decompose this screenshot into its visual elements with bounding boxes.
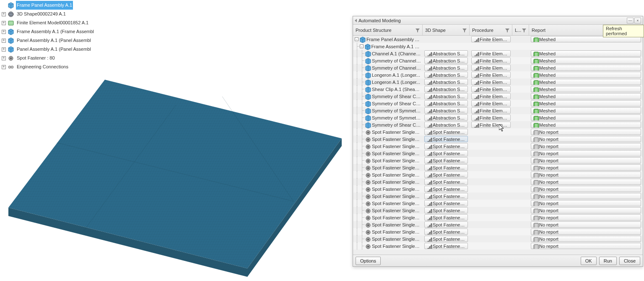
procedure-cell[interactable]: Finite Elemen... bbox=[471, 50, 511, 57]
dialog-body[interactable]: -Frame Panel Assembly A.1Finite Elemen..… bbox=[353, 36, 643, 255]
shape-cell[interactable]: Spot Fastener Rep... bbox=[424, 179, 468, 185]
report-cell[interactable]: No report bbox=[531, 172, 641, 178]
procedure-cell[interactable]: Finite Elemen... bbox=[471, 65, 511, 71]
report-cell[interactable]: Meshed bbox=[531, 65, 641, 71]
tree-node[interactable]: +Panel Assembly A.1 (Panel Assembl bbox=[2, 36, 111, 45]
shape-cell[interactable]: Spot Fastener Rep... bbox=[424, 186, 468, 192]
tree-node[interactable]: +Frame Assembly A.1 (Frame Assembl bbox=[2, 27, 111, 36]
shape-cell[interactable]: Spot Fastener Rep... bbox=[424, 150, 468, 156]
tree-node[interactable]: +3D Shape00002249 A.1 bbox=[2, 10, 111, 18]
viewport-3d[interactable] bbox=[0, 63, 352, 281]
expand-icon[interactable]: + bbox=[2, 12, 6, 16]
shape-cell[interactable]: Abstraction Shap... bbox=[424, 114, 468, 121]
table-row[interactable]: Spot Fastener Single00...Spot Fastener R… bbox=[353, 143, 643, 150]
table-row[interactable]: Symmetry of Symmetr...Abstraction Shap..… bbox=[353, 114, 643, 121]
procedure-cell[interactable]: Finite Elemen... bbox=[471, 100, 511, 107]
procedure-cell[interactable]: Finite Elemen... bbox=[471, 86, 511, 92]
filter-icon[interactable] bbox=[504, 27, 510, 33]
col-level[interactable]: L... bbox=[512, 25, 529, 35]
shape-cell[interactable]: Spot Fastener Rep... bbox=[424, 243, 468, 249]
shape-cell[interactable]: Spot Fastener Rep... bbox=[424, 157, 468, 164]
table-row[interactable]: Spot Fastener Single00...Spot Fastener R… bbox=[353, 193, 643, 200]
table-row[interactable]: Longeron A.1 (Longer...Abstraction Shap.… bbox=[353, 78, 643, 86]
table-row[interactable]: Spot Fastener Single00...Spot Fastener R… bbox=[353, 200, 643, 207]
shape-cell[interactable]: Spot Fastener Rep... bbox=[424, 193, 468, 199]
table-row[interactable]: Spot Fastener Single00...Spot Fastener R… bbox=[353, 207, 643, 214]
table-row[interactable]: Channel A.1 (Channel.1)Abstraction Shap.… bbox=[353, 50, 643, 57]
table-row[interactable]: Symmetry of Shear Clip...Abstraction Sha… bbox=[353, 93, 643, 100]
table-row[interactable]: -Frame Panel Assembly A.1Finite Elemen..… bbox=[353, 36, 643, 43]
table-row[interactable]: Spot Fastener Single00...Spot Fastener R… bbox=[353, 171, 643, 178]
expand-icon[interactable]: + bbox=[2, 56, 6, 60]
close-button[interactable]: × bbox=[634, 18, 641, 23]
tree-node[interactable]: +Spot Fastener : 80 bbox=[2, 54, 111, 62]
table-row[interactable]: Symmetry of Symmetr...Abstraction Shap..… bbox=[353, 107, 643, 114]
table-row[interactable]: Spot Fastener Single00...Spot Fastener R… bbox=[353, 221, 643, 228]
collapse-icon[interactable]: - bbox=[360, 44, 364, 48]
report-cell[interactable]: No report bbox=[531, 179, 641, 185]
table-row[interactable]: Spot Fastener Single00...Spot Fastener R… bbox=[353, 214, 643, 221]
table-row[interactable]: Spot Fastener Single00...Spot Fastener R… bbox=[353, 178, 643, 185]
ok-button[interactable]: OK bbox=[581, 257, 597, 265]
report-cell[interactable]: No report bbox=[531, 207, 641, 213]
dialog-titlebar[interactable]: Automated Modeling — × bbox=[353, 16, 643, 25]
shape-cell[interactable]: Abstraction Shap... bbox=[424, 72, 468, 78]
report-cell[interactable]: No report bbox=[531, 157, 641, 164]
table-row[interactable]: Spot Fastener Single00...Spot Fastener R… bbox=[353, 185, 643, 193]
procedure-cell[interactable]: Finite Elemen... bbox=[471, 72, 511, 78]
table-row[interactable]: Spot Fastener Single00...Spot Fastener R… bbox=[353, 242, 643, 250]
table-row[interactable]: Symmetry of Channel A...Abstraction Shap… bbox=[353, 64, 643, 71]
shape-cell[interactable]: Spot Fastener Rep... bbox=[424, 164, 468, 171]
table-row[interactable]: Shear Clip A.1 (Shear Cl...Abstraction S… bbox=[353, 86, 643, 93]
table-row[interactable]: Symmetry of Shear Clip...Abstraction Sha… bbox=[353, 121, 643, 128]
expand-icon[interactable]: + bbox=[2, 30, 6, 34]
shape-cell[interactable]: Abstraction Shap... bbox=[424, 86, 468, 92]
report-cell[interactable]: No report bbox=[531, 143, 641, 149]
shape-cell[interactable]: Abstraction Shap... bbox=[424, 93, 468, 99]
report-cell[interactable]: No report bbox=[531, 164, 641, 171]
shape-cell[interactable]: Spot Fastener Rep... bbox=[424, 236, 468, 242]
shape-cell[interactable]: Spot Fastener Rep... bbox=[424, 214, 468, 221]
tree-node[interactable]: +Panel Assembly A.1 (Panel Assembl bbox=[2, 45, 111, 54]
shape-cell[interactable]: Spot Fastener Rep... bbox=[424, 200, 468, 206]
report-cell[interactable]: No report bbox=[531, 193, 641, 199]
close-button[interactable]: Close bbox=[619, 257, 640, 265]
table-row[interactable]: Longeron A.1 (Longer...Abstraction Shap.… bbox=[353, 71, 643, 78]
report-cell[interactable]: Meshed bbox=[531, 57, 641, 64]
report-cell[interactable]: No report bbox=[531, 129, 641, 135]
procedure-cell[interactable]: Finite Elemen... bbox=[471, 93, 511, 99]
report-cell[interactable]: Meshed bbox=[531, 114, 641, 121]
report-cell[interactable]: No report bbox=[531, 136, 641, 142]
shape-cell[interactable]: Abstraction Shap... bbox=[424, 100, 468, 107]
report-cell[interactable]: No report bbox=[531, 229, 641, 235]
table-row[interactable]: Spot Fastener Single00...Spot Fastener R… bbox=[353, 135, 643, 143]
report-cell[interactable]: No report bbox=[531, 186, 641, 192]
shape-cell[interactable]: Abstraction Shap... bbox=[424, 65, 468, 71]
expand-icon[interactable]: + bbox=[2, 39, 6, 43]
shape-cell[interactable]: Abstraction Shap... bbox=[424, 79, 468, 85]
report-cell[interactable]: Meshed bbox=[531, 86, 641, 92]
table-row[interactable]: Spot Fastener Single00...Spot Fastener R… bbox=[353, 150, 643, 157]
procedure-cell[interactable]: Finite Elemen... bbox=[471, 107, 511, 114]
expand-icon[interactable]: + bbox=[2, 21, 6, 25]
shape-cell[interactable]: Spot Fastener Rep... bbox=[424, 229, 468, 235]
filter-icon[interactable] bbox=[415, 27, 421, 33]
report-cell[interactable]: No report bbox=[531, 200, 641, 206]
table-row[interactable]: Symmetry of Channel A...Abstraction Shap… bbox=[353, 57, 643, 64]
shape-cell[interactable]: Spot Fastener Rep... bbox=[424, 136, 468, 142]
shape-cell[interactable]: Abstraction Shap... bbox=[424, 57, 468, 64]
shape-cell[interactable]: Spot Fastener Rep... bbox=[424, 129, 468, 135]
options-button[interactable]: Options bbox=[356, 257, 381, 265]
procedure-cell[interactable]: Finite Elemen... bbox=[471, 114, 511, 121]
filter-icon[interactable] bbox=[462, 27, 467, 33]
report-cell[interactable]: No report bbox=[531, 243, 641, 249]
expand-icon[interactable]: + bbox=[2, 47, 6, 52]
procedure-cell[interactable]: Finite Elemen... bbox=[471, 36, 511, 42]
report-cell[interactable]: Meshed bbox=[531, 122, 641, 128]
report-cell[interactable]: Meshed bbox=[531, 79, 641, 85]
col-3d-shape[interactable]: 3D Shape bbox=[423, 25, 470, 35]
report-cell[interactable]: Meshed bbox=[531, 107, 641, 114]
procedure-cell[interactable]: Finite Elemen... bbox=[471, 57, 511, 64]
col-product-structure[interactable]: Product Structure bbox=[353, 25, 423, 35]
table-row[interactable]: Spot Fastener Single00...Spot Fastener R… bbox=[353, 164, 643, 171]
